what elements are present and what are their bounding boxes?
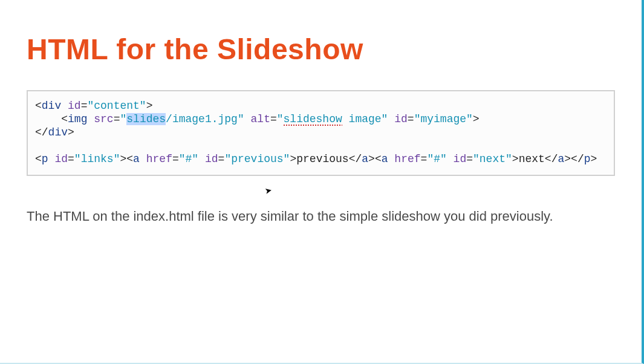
- code-line-5: <p id="links"><a href="#" id="previous">…: [35, 153, 597, 165]
- code-line-2: <img src="slides/image1.jpg" alt="slides…: [35, 113, 480, 126]
- code-block: <div id="content"> <img src="slides/imag…: [27, 90, 615, 176]
- selected-text: slides: [126, 113, 166, 125]
- slide-title: HTML for the Slideshow: [27, 33, 615, 66]
- slide: HTML for the Slideshow <div id="content"…: [0, 0, 644, 364]
- cursor-icon: ➤: [264, 185, 273, 196]
- spellcheck-underline: slideshow: [284, 113, 342, 126]
- code-line-3: </div>: [35, 126, 74, 138]
- body-text: The HTML on the index.html file is very …: [27, 209, 615, 224]
- code-line-1: <div id="content">: [35, 100, 152, 112]
